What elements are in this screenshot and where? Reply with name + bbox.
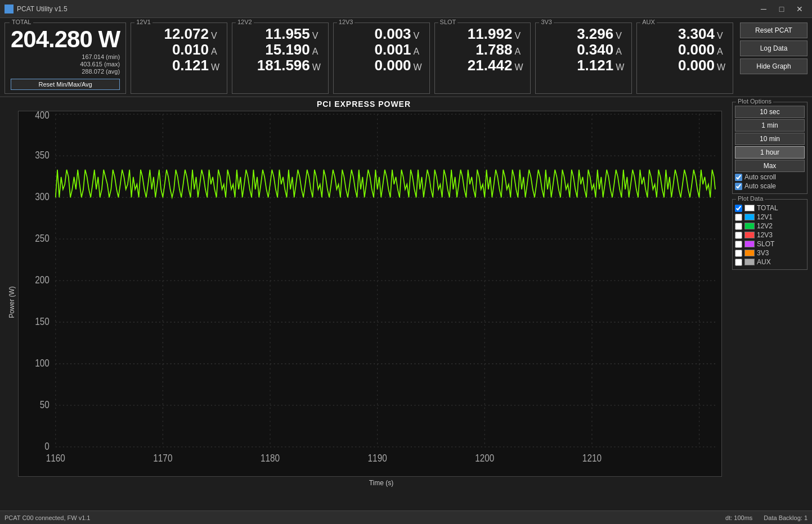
total-label: TOTAL [10, 19, 33, 25]
plot-data-name-total: TOTAL [757, 204, 778, 212]
auto-scale-checkbox[interactable] [735, 183, 742, 190]
channel-power-unit-12v2: W [312, 62, 324, 73]
app-icon [5, 4, 14, 13]
plot-data-swatch-total [744, 205, 755, 211]
channel-power-unit-12v1: W [211, 62, 222, 73]
svg-text:0: 0 [44, 441, 50, 453]
time-btn-10min[interactable]: 10 min [735, 133, 805, 145]
plot-options-group: Plot Options 10 sec 1 min 10 min 1 hour … [732, 102, 807, 194]
reset-minmax-button[interactable]: Reset Min/Max/Avg [11, 79, 120, 90]
channel-current-unit-aux: A [717, 47, 728, 57]
channel-label-aux: AUX [640, 19, 657, 25]
svg-text:100: 100 [35, 358, 50, 369]
time-btn-max[interactable]: Max [735, 160, 805, 172]
svg-text:1200: 1200 [475, 453, 494, 464]
svg-text:250: 250 [35, 233, 50, 245]
auto-scale-row: Auto scale [735, 182, 805, 190]
auto-scroll-label: Auto scroll [744, 173, 776, 181]
plot-data-checkbox-12v1[interactable] [735, 214, 742, 221]
channel-power-12v2: 181.596 [257, 58, 310, 73]
titlebar-controls: ─ □ ✕ [756, 3, 807, 15]
channel-voltage-aux: 3.304 [678, 26, 715, 41]
plot-data-name-3v3: 3V3 [757, 249, 769, 257]
plot-data-name-12v3: 12V3 [757, 231, 773, 239]
time-btn-1hour[interactable]: 1 hour [735, 146, 805, 159]
status-backlog: Data Backlog: 1 [764, 514, 807, 521]
plot-data-swatch-12v3 [744, 232, 755, 238]
plot-data-row-total: TOTAL [735, 204, 805, 212]
x-axis-label: Time (s) [41, 479, 722, 487]
plot-data-checkbox-aux[interactable] [735, 259, 742, 266]
channel-voltage-row-slot: 11.992 V [439, 26, 526, 41]
auto-scroll-checkbox[interactable] [735, 174, 742, 181]
plot-data-checkbox-3v3[interactable] [735, 250, 742, 257]
svg-text:300: 300 [35, 191, 50, 203]
channel-label-12v3: 12V3 [337, 19, 355, 25]
plot-data-swatch-slot [744, 241, 755, 247]
reset-pcat-button[interactable]: Reset PCAT [740, 22, 807, 38]
main-content: TOTAL 204.280 W 167.014 (min) 403.615 (m… [0, 18, 812, 524]
channel-power-slot: 21.442 [468, 58, 513, 73]
minimize-button[interactable]: ─ [756, 3, 771, 15]
channel-voltage-unit-12v2: V [312, 31, 324, 41]
total-max: 403.615 (max) [11, 61, 120, 67]
svg-text:200: 200 [35, 274, 50, 286]
y-axis-label: Power (W) [6, 111, 18, 494]
channel-current-unit-3v3: A [616, 47, 627, 57]
svg-text:1180: 1180 [261, 453, 280, 464]
options-panel: Plot Options 10 sec 1 min 10 min 1 hour … [728, 100, 812, 511]
channel-current-aux: 0.000 [678, 42, 715, 57]
channel-power-row-aux: 0.000 W [641, 58, 728, 73]
close-button[interactable]: ✕ [792, 3, 807, 15]
channel-power-aux: 0.000 [678, 58, 715, 73]
channel-current-unit-12v1: A [211, 47, 222, 57]
channel-voltage-row-12v1: 12.072 V [136, 26, 222, 41]
svg-text:1170: 1170 [153, 453, 172, 464]
channel-current-row-12v3: 0.001 A [338, 42, 425, 57]
titlebar-title: PCAT Utility v1.5 [17, 5, 68, 13]
plot-data-checkbox-12v3[interactable] [735, 232, 742, 239]
channel-voltage-unit-12v3: V [414, 31, 425, 41]
channel-current-slot: 1.788 [475, 42, 512, 57]
x-axis-area: Time (s) [18, 477, 722, 494]
plot-data-row-3v3: 3V3 [735, 249, 805, 257]
chart-svg: 0 50 100 150 200 250 300 350 400 1160 11… [19, 111, 721, 476]
svg-text:350: 350 [35, 150, 50, 161]
plot-data-name-aux: AUX [757, 258, 771, 266]
graph-title: PCI EXPRESS POWER [6, 100, 722, 109]
channel-aux: AUX 3.304 V 0.000 A 0.000 W [636, 22, 733, 94]
log-data-button[interactable]: Log Data [740, 40, 807, 56]
channel-voltage-12v2: 11.955 [265, 26, 310, 41]
plot-data-swatch-aux [744, 259, 755, 265]
channel-voltage-unit-3v3: V [616, 31, 627, 41]
channel-current-unit-12v2: A [312, 47, 324, 57]
channel-power-row-12v3: 0.000 W [338, 58, 425, 73]
time-btn-10sec[interactable]: 10 sec [735, 106, 805, 118]
time-btn-1min[interactable]: 1 min [735, 119, 805, 132]
maximize-button[interactable]: □ [774, 3, 789, 15]
plot-data-name-12v1: 12V1 [757, 213, 773, 221]
svg-text:150: 150 [35, 316, 50, 328]
plot-data-row-12v3: 12V3 [735, 231, 805, 239]
channel-voltage-3v3: 3.296 [577, 26, 613, 41]
channel-voltage-row-12v3: 0.003 V [338, 26, 425, 41]
auto-scale-label: Auto scale [744, 182, 776, 190]
channel-slot: SLOT 11.992 V 1.788 A 21.442 W [434, 22, 531, 94]
hide-graph-button[interactable]: Hide Graph [740, 58, 807, 74]
plot-data-checkbox-12v2[interactable] [735, 223, 742, 230]
channel-current-12v3: 0.001 [375, 42, 411, 57]
channel-voltage-12v3: 0.003 [375, 26, 411, 41]
plot-data-checkbox-slot[interactable] [735, 241, 742, 248]
right-panel: Reset PCAT Log Data Hide Graph [738, 22, 807, 94]
total-min: 167.014 (min) [11, 53, 120, 60]
plot-data-checkbox-total[interactable] [735, 205, 742, 212]
total-watts: 204.280 W [11, 26, 120, 52]
channel-power-unit-aux: W [717, 62, 728, 73]
total-avg: 288.072 (avg) [11, 68, 120, 75]
chart-wrapper: Power (W) [6, 111, 722, 494]
plot-data-swatch-12v2 [744, 223, 755, 229]
chart-inner: 0 50 100 150 200 250 300 350 400 1160 11… [18, 111, 722, 494]
total-box: TOTAL 204.280 W 167.014 (min) 403.615 (m… [5, 22, 126, 94]
channel-current-row-3v3: 0.340 A [540, 42, 627, 57]
channel-voltage-row-12v2: 11.955 V [237, 26, 324, 41]
